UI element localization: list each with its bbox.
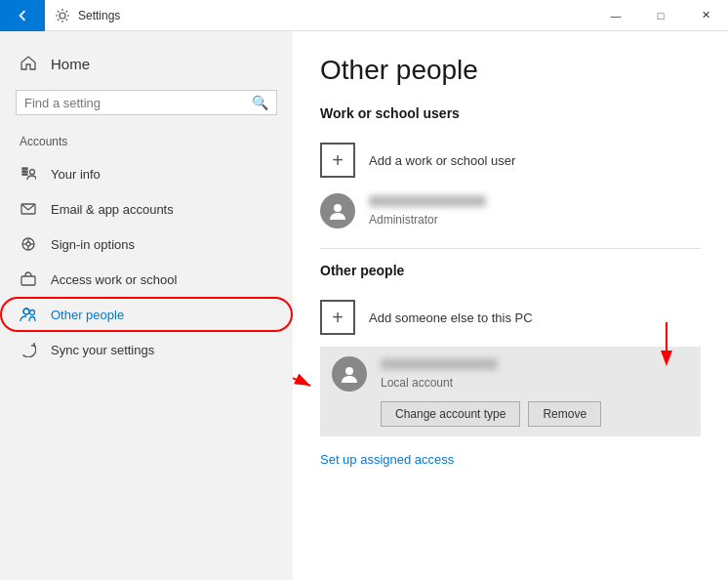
svg-point-17 [345, 367, 353, 375]
sidebar-item-work-school[interactable]: Access work or school [0, 262, 293, 297]
add-someone-row[interactable]: + Add someone else to this PC [320, 292, 701, 343]
close-button[interactable]: ✕ [683, 0, 728, 31]
search-icon: 🔍 [252, 95, 268, 110]
sidebar-item-other-people[interactable]: Other people [0, 297, 293, 332]
local-account-label: Local account [381, 376, 498, 390]
back-button[interactable] [0, 0, 45, 31]
change-account-type-button[interactable]: Change account type [381, 401, 520, 427]
local-account-blurred-name [381, 358, 498, 370]
window-title: Settings [78, 9, 593, 22]
add-work-label: Add a work or school user [369, 153, 515, 168]
add-work-user-row[interactable]: + Add a work or school user [320, 135, 701, 186]
remove-button[interactable]: Remove [528, 401, 601, 427]
sidebar-item-home[interactable]: Home [0, 47, 293, 80]
sidebar-item-label: Sign-in options [51, 237, 135, 252]
sidebar-item-label: Email & app accounts [51, 202, 174, 217]
sidebar-item-your-info[interactable]: Your info [0, 156, 293, 191]
add-someone-label: Add someone else to this PC [369, 311, 533, 325]
assigned-access-link[interactable]: Set up assigned access [320, 452, 454, 467]
page-title: Other people [320, 55, 701, 86]
section-divider [320, 248, 701, 249]
local-account-avatar [332, 356, 367, 392]
signin-icon [20, 235, 37, 253]
sidebar: Home 🔍 Accounts Your info [0, 31, 293, 580]
sync-icon [20, 341, 37, 358]
maximize-button[interactable]: □ [638, 0, 683, 31]
work-icon [20, 270, 37, 288]
admin-label: Administrator [369, 213, 486, 227]
local-account-row-expanded: Local account Change account type Remove [320, 347, 701, 436]
sidebar-item-label: Your info [51, 167, 101, 182]
titlebar: Settings — □ ✕ [0, 0, 728, 31]
local-account-row-top: Local account [332, 356, 689, 392]
sidebar-home-label: Home [51, 56, 90, 72]
svg-point-14 [30, 311, 35, 315]
your-info-icon [20, 165, 37, 183]
main-content: Other people Work or school users + Add … [293, 31, 728, 580]
sidebar-item-signin[interactable]: Sign-in options [0, 227, 293, 262]
svg-point-4 [30, 170, 35, 175]
admin-blurred-name [369, 195, 486, 207]
sidebar-item-email[interactable]: Email & app accounts [0, 191, 293, 227]
window-controls: — □ ✕ [593, 0, 728, 31]
svg-point-7 [26, 242, 30, 246]
svg-rect-3 [22, 174, 27, 175]
svg-point-0 [60, 13, 65, 19]
app-container: Home 🔍 Accounts Your info [0, 31, 728, 580]
local-account-section: Local account Change account type Remove [320, 347, 701, 436]
add-someone-icon: + [320, 300, 355, 335]
sidebar-item-label: Sync your settings [51, 343, 154, 357]
search-box[interactable]: 🔍 [16, 90, 277, 115]
sidebar-item-label: Other people [51, 308, 124, 322]
sidebar-item-sync[interactable]: Sync your settings [0, 332, 293, 367]
work-school-heading: Work or school users [320, 105, 701, 121]
svg-point-16 [334, 204, 342, 212]
sidebar-section-label: Accounts [0, 131, 293, 156]
minimize-button[interactable]: — [593, 0, 638, 31]
other-people-heading: Other people [320, 263, 701, 278]
add-work-icon: + [320, 143, 355, 178]
admin-avatar [320, 193, 355, 228]
sidebar-item-label: Access work or school [51, 272, 177, 287]
svg-rect-12 [21, 276, 35, 285]
other-people-icon [20, 306, 37, 323]
user-row-actions: Change account type Remove [381, 401, 689, 427]
svg-rect-1 [22, 168, 27, 169]
svg-point-15 [23, 309, 29, 314]
svg-rect-2 [22, 171, 27, 172]
search-input[interactable] [24, 96, 252, 110]
home-icon [20, 55, 37, 72]
email-icon [20, 200, 37, 218]
admin-user-row[interactable]: Administrator [320, 186, 701, 236]
settings-icon [55, 8, 70, 23]
